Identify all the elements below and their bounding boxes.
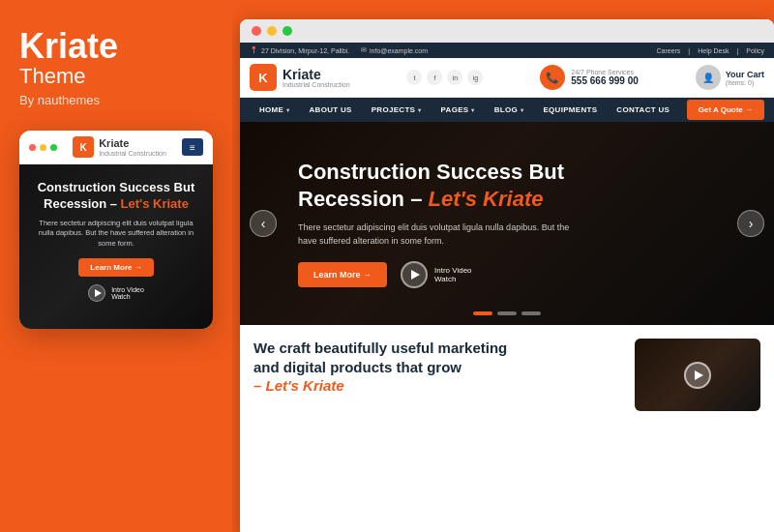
bottom-image <box>635 339 760 411</box>
nav-blog[interactable]: BLOG ▾ <box>485 98 534 122</box>
browser-dot-yellow <box>267 26 277 36</box>
social-instagram-icon[interactable]: ig <box>467 70 483 85</box>
hero-description: There sectetur adipiscing elit duis volu… <box>298 222 588 248</box>
cart-area[interactable]: 👤 Your Cart (Items: 0) <box>696 65 764 90</box>
mobile-logo-sub: Industrial Construction <box>99 150 166 157</box>
hero-dots <box>473 311 541 315</box>
browser-chrome <box>240 19 774 43</box>
topbar-helpdesk-link[interactable]: Help Desk <box>698 47 729 54</box>
cart-count: (Items: 0) <box>726 79 764 86</box>
hero-dot-3[interactable] <box>521 311 541 315</box>
mobile-dots <box>29 144 57 151</box>
mobile-logo: K Kriate Industrial Construction <box>73 136 166 158</box>
topbar-policy-link[interactable]: Policy <box>746 47 764 54</box>
brand-subtitle: Theme <box>19 64 213 89</box>
mobile-hero-text: There sectetur adipiscing elit duis volu… <box>31 219 201 250</box>
browser-dot-green <box>283 26 292 36</box>
social-facebook-icon[interactable]: f <box>427 70 442 85</box>
hero-play-icon <box>401 261 428 288</box>
phone-icon: 📞 <box>540 65 565 90</box>
site-topbar-links: Careers | Help Desk | Policy <box>656 47 764 54</box>
hero-dot-1[interactable] <box>473 311 492 315</box>
mobile-dot-green <box>50 144 57 151</box>
hero-video-button[interactable]: Intro Video Watch <box>401 261 472 288</box>
site-logo-sub: Industrial Construction <box>283 81 350 88</box>
mobile-logo-icon: K <box>73 136 94 158</box>
phone-label: 24/7 Phone Services <box>571 69 639 75</box>
site-topbar: 📍 27 Division, Mirpur-12, Pallbi. ✉ info… <box>240 43 774 58</box>
browser-panel: 📍 27 Division, Mirpur-12, Pallbi. ✉ info… <box>240 19 774 532</box>
bottom-highlight: – Let's Kriate <box>253 376 621 396</box>
site-phone-area: 📞 24/7 Phone Services 555 666 999 00 <box>540 65 639 90</box>
site-hero: ‹ Construction Success But Recession – L… <box>240 122 774 325</box>
browser-dot-red <box>252 26 261 36</box>
nav-quote-button[interactable]: Get A Quote → <box>687 100 764 120</box>
nav-home[interactable]: HOME ▾ <box>250 98 300 122</box>
mobile-hero: Construction Success But Recession – Let… <box>19 164 213 329</box>
mobile-play-icon <box>88 284 105 302</box>
topbar-careers-link[interactable]: Careers <box>656 47 680 54</box>
site-header: K Kriate Industrial Construction t f in … <box>240 58 774 98</box>
mobile-menu-button[interactable]: ≡ <box>182 138 203 156</box>
mobile-dot-red <box>29 144 36 151</box>
nav-home-chevron: ▾ <box>286 106 289 113</box>
site-address: 📍 27 Division, Mirpur-12, Pallbi. <box>250 46 349 54</box>
hero-content: Construction Success But Recession – Let… <box>240 139 646 308</box>
hero-video-label: Intro Video Watch <box>434 266 472 283</box>
nav-about[interactable]: ABOUT US <box>300 98 362 122</box>
nav-blog-chevron: ▾ <box>521 106 523 113</box>
mobile-hero-title: Construction Success But Recession – Let… <box>31 180 201 213</box>
site-logo-icon: K <box>250 64 277 91</box>
mobile-dot-yellow <box>40 144 46 151</box>
cart-label: Your Cart <box>726 70 764 79</box>
site-logo-name: Kriate <box>283 68 350 81</box>
nav-pages[interactable]: PAGES ▾ <box>432 98 485 122</box>
hero-prev-button[interactable]: ‹ <box>250 210 277 237</box>
left-panel: Kriate Theme By nauthemes K Kriate Indus… <box>0 0 232 532</box>
brand-by: By nauthemes <box>19 93 213 107</box>
hero-actions: Learn More → Intro Video Watch <box>298 261 588 288</box>
brand-name: Kriate <box>19 29 213 64</box>
nav-projects[interactable]: PROJECTS ▾ <box>362 98 432 122</box>
site-nav: HOME ▾ ABOUT US PROJECTS ▾ PAGES ▾ BLOG … <box>240 98 774 122</box>
hero-dot-2[interactable] <box>497 311 517 315</box>
phone-number: 555 666 999 00 <box>571 75 639 86</box>
nav-equipments[interactable]: EQUIPMENTS <box>533 98 607 122</box>
bottom-play-button[interactable] <box>684 362 711 389</box>
hero-next-button[interactable]: › <box>737 210 764 237</box>
mobile-topbar: K Kriate Industrial Construction ≡ <box>19 131 213 164</box>
nav-projects-chevron: ▾ <box>418 106 421 113</box>
hero-title: Construction Success But Recession – Let… <box>298 159 588 212</box>
bottom-headline: We craft beautifully useful marketing an… <box>253 339 621 396</box>
mobile-video-button[interactable]: Intro Video Watch <box>31 284 201 302</box>
bottom-text: We craft beautifully useful marketing an… <box>253 339 621 399</box>
cart-avatar: 👤 <box>696 65 721 90</box>
site-logo: K Kriate Industrial Construction <box>250 64 350 91</box>
nav-contact[interactable]: CONTACT US <box>607 98 679 122</box>
site-bottom: We craft beautifully useful marketing an… <box>240 325 774 425</box>
nav-pages-chevron: ▾ <box>471 106 474 113</box>
hero-title-highlight: Let's Kriate <box>429 187 544 211</box>
mobile-mockup: K Kriate Industrial Construction ≡ Const… <box>19 131 213 329</box>
social-linkedin-icon[interactable]: in <box>447 70 462 85</box>
site-email: ✉ info@example.com <box>361 46 428 54</box>
mobile-video-label: Intro Video Watch <box>111 286 144 300</box>
hero-learn-more-button[interactable]: Learn More → <box>298 262 387 287</box>
mobile-logo-text: Kriate <box>99 137 166 149</box>
mobile-learn-more-button[interactable]: Learn More → <box>78 258 153 277</box>
social-twitter-icon[interactable]: t <box>406 70 422 85</box>
site-social-icons: t f in ig <box>406 70 483 85</box>
